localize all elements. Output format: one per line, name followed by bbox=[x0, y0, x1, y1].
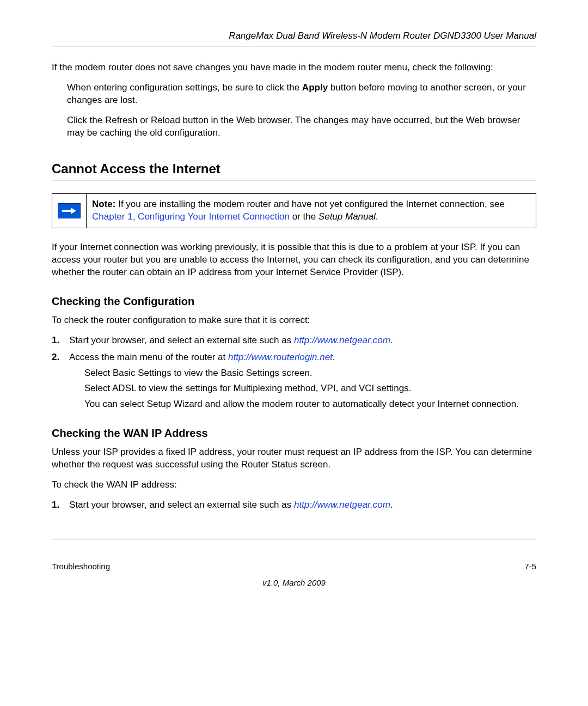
intro-paragraph: If the modem router does not save change… bbox=[52, 62, 536, 74]
note-icon-cell bbox=[52, 194, 87, 228]
footer-row: Troubleshooting 7-5 bbox=[52, 561, 536, 572]
config-steps: 1. Start your browser, and select an ext… bbox=[52, 334, 536, 411]
apply-label: Apply bbox=[302, 82, 328, 93]
text: successful using the Router Status scree… bbox=[155, 459, 330, 470]
text: When entering configuration se bbox=[67, 82, 195, 93]
text: . bbox=[333, 352, 335, 362]
text: If you are installing the modem router a bbox=[115, 199, 279, 209]
text: dem router to automatically detect your … bbox=[275, 399, 519, 409]
list-item: 1. Start your browser, and select an ext… bbox=[67, 499, 536, 512]
text: Unless your ISP provides a fixed IP addr… bbox=[52, 447, 258, 457]
text: or the bbox=[290, 211, 318, 222]
text: Start your browser, and select an extern… bbox=[69, 500, 270, 510]
footer-page-number: 7-5 bbox=[524, 561, 536, 572]
subsection-heading-config: Checking the Configuration bbox=[52, 294, 536, 309]
wan-steps: 1. Start your browser, and select an ext… bbox=[52, 499, 536, 512]
text: Select ADSL to view the settings for Mu bbox=[84, 383, 246, 393]
intro-bullet-2: Click the Refresh or Reload button in th… bbox=[67, 114, 536, 139]
text: If the modem router does not save change… bbox=[52, 62, 255, 72]
spacer bbox=[52, 517, 536, 539]
header-rule bbox=[52, 46, 536, 46]
section1-paragraph: If your Internet connection was working … bbox=[52, 241, 536, 279]
step-number: 1. bbox=[52, 499, 59, 512]
footer-rule bbox=[52, 539, 536, 539]
text: ave made in the modem router menu, check… bbox=[255, 62, 493, 72]
sub-step: You can select Setup Wizard and allow th… bbox=[84, 398, 536, 411]
step-number: 2. bbox=[52, 351, 59, 364]
text: . bbox=[376, 211, 378, 222]
sub2-p2: To check the WAN IP address: bbox=[52, 479, 536, 491]
text: ew the Basic Settings screen. bbox=[191, 368, 313, 378]
text: to make sure that it is correct: bbox=[188, 315, 310, 325]
text: Click the Refresh or Reload button in th… bbox=[67, 115, 250, 125]
manual-header: RangeMax Dual Band Wireless-N Modem Rout… bbox=[52, 30, 536, 42]
note-box: Note: If you are installing the modem ro… bbox=[52, 193, 536, 228]
text: the router can obtain an IP address from… bbox=[87, 267, 404, 277]
external-url[interactable]: http://www.netgear.com bbox=[294, 500, 390, 510]
intro-bullet-1: When entering configuration settings, be… bbox=[67, 82, 536, 107]
text: To check the router configuration bbox=[52, 315, 188, 325]
sub-step: Select ADSL to view the settings for Mul… bbox=[84, 382, 536, 395]
section-heading-cannot-access: Cannot Access the Internet bbox=[52, 160, 536, 178]
text: Start your browser, and select an extern… bbox=[69, 335, 270, 345]
text: Access the main menu of the router bbox=[69, 352, 218, 362]
router-url[interactable]: http://www.routerlogin.net bbox=[228, 352, 333, 362]
text: ection was working previously, it is pos… bbox=[134, 242, 306, 252]
text: ch as bbox=[270, 335, 294, 345]
text: at bbox=[218, 352, 228, 362]
note-text: Note: If you are installing the modem ro… bbox=[87, 194, 536, 228]
arrow-right-icon bbox=[58, 203, 81, 218]
text: . bbox=[390, 335, 393, 345]
footer-version: v1.0, March 2009 bbox=[52, 577, 536, 588]
section-rule bbox=[52, 180, 536, 180]
sub-step: Select Basic Settings to view the Basic … bbox=[84, 367, 536, 380]
text: ttings, be sure to click the bbox=[195, 82, 302, 93]
text: Select Basic Settings to vi bbox=[84, 368, 191, 378]
note-label: Note: bbox=[92, 199, 115, 209]
text: If your Internet conn bbox=[52, 242, 134, 252]
sub1-intro: To check the router configuration to mak… bbox=[52, 314, 536, 327]
list-item: 2. Access the main menu of the router at… bbox=[67, 351, 536, 411]
text: ch as bbox=[270, 500, 294, 510]
chapter-link[interactable]: Chapter 1, Configuring Your Internet Con… bbox=[92, 211, 290, 222]
text: . bbox=[390, 500, 393, 510]
text: nd have not yet configured the Internet … bbox=[279, 199, 505, 209]
external-url[interactable]: http://www.netgear.com bbox=[294, 335, 390, 345]
step-number: 1. bbox=[52, 334, 59, 347]
subsection-heading-wanip: Checking the WAN IP Address bbox=[52, 426, 536, 441]
text: You can select Setup Wizard and allow th… bbox=[84, 399, 275, 409]
setup-manual-ref: Setup Manual bbox=[318, 211, 376, 222]
list-item: 1. Start your browser, and select an ext… bbox=[67, 334, 536, 347]
sub-steps: Select Basic Settings to view the Basic … bbox=[84, 367, 536, 411]
text: ltiplexing method, VPI, and VCI settings… bbox=[246, 383, 411, 393]
footer-left: Troubleshooting bbox=[52, 561, 110, 572]
sub2-p1: Unless your ISP provides a fixed IP addr… bbox=[52, 446, 536, 471]
